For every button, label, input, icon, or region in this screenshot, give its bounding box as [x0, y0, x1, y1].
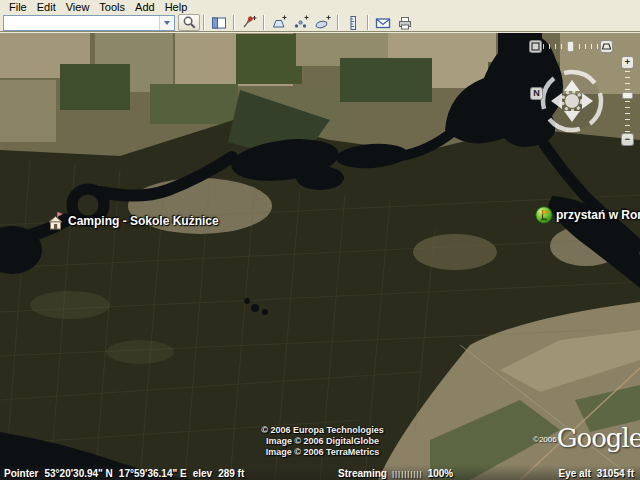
toolbar-separator	[337, 15, 339, 30]
add-placemark-button[interactable]	[238, 14, 260, 31]
tilt-slider-handle[interactable]	[567, 41, 574, 52]
toolbar-separator	[263, 15, 265, 30]
zoom-slider[interactable]: + −	[620, 56, 635, 146]
menu-edit[interactable]: Edit	[32, 1, 61, 13]
zoom-slider-handle[interactable]	[622, 92, 633, 99]
streaming-meter: ||||||||||	[392, 469, 423, 478]
email-button[interactable]	[372, 14, 394, 31]
tilted-view-icon	[602, 42, 611, 51]
elevation-value: 289 ft	[218, 468, 244, 479]
compass-center-knob[interactable]	[565, 94, 579, 108]
placemark-przystan[interactable]	[535, 206, 553, 228]
google-logo: Google	[557, 423, 640, 453]
pointer-longitude: 17°59'36.14" E	[119, 468, 187, 479]
attribution-line: Image © 2006 TerraMetrics	[250, 447, 395, 458]
compass-control[interactable]	[531, 60, 613, 142]
search-button[interactable]	[178, 14, 200, 31]
map-attribution: © 2006 Europa Technologies Image © 2006 …	[250, 425, 395, 458]
measure-button[interactable]	[342, 14, 364, 31]
pointer-label: Pointer	[4, 468, 38, 479]
add-polygon-button[interactable]	[268, 14, 290, 31]
search-input[interactable]	[4, 16, 159, 30]
placemark-camping[interactable]	[47, 211, 64, 234]
streaming-status: Streaming |||||||||| 100%	[338, 468, 453, 479]
chevron-down-icon	[164, 21, 170, 25]
tilt-top-down-button[interactable]	[529, 40, 542, 53]
attribution-line: © 2006 Europa Technologies	[250, 425, 395, 436]
top-down-view-icon	[531, 42, 540, 51]
path-dots-icon	[293, 15, 309, 31]
eye-altitude: Eye alt31054 ft	[553, 468, 635, 479]
camping-house-icon	[47, 211, 64, 230]
streaming-label: Streaming	[338, 468, 387, 479]
pointer-coordinates: Pointer53°20'30.94" N17°59'36.14" Eelev2…	[4, 468, 250, 479]
menu-tools[interactable]: Tools	[94, 1, 130, 13]
elev-label: elev	[193, 468, 212, 479]
streaming-percent: 100%	[428, 468, 454, 479]
attribution-line: Image © 2006 DigitalGlobe	[250, 436, 395, 447]
sidebar-panel-icon	[211, 15, 227, 31]
search-combobox[interactable]	[3, 15, 175, 31]
toolbar	[0, 14, 640, 32]
menu-bar: File Edit View Tools Add Help	[0, 0, 640, 14]
pointer-latitude: 53°20'30.94" N	[44, 468, 112, 479]
placemark-camping-label[interactable]: Camping - Sokole Kużnice	[68, 214, 219, 228]
toggle-sidebar-button[interactable]	[208, 14, 230, 31]
toolbar-separator	[203, 15, 205, 30]
tilt-slider-track[interactable]	[543, 41, 599, 52]
combo-dropdown-button[interactable]	[159, 16, 174, 30]
print-button[interactable]	[394, 14, 416, 31]
menu-add[interactable]: Add	[130, 1, 160, 13]
polygon-icon	[271, 15, 287, 31]
image-overlay-icon	[315, 15, 331, 31]
add-image-overlay-button[interactable]	[312, 14, 334, 31]
toolbar-separator	[233, 15, 235, 30]
toolbar-separator	[367, 15, 369, 30]
eye-alt-label: Eye alt	[559, 468, 591, 479]
placemark-przystan-label[interactable]: przystań w Rom	[556, 208, 640, 222]
printer-icon	[397, 15, 413, 31]
status-bar: Pointer53°20'30.94" N17°59'36.14" Eelev2…	[0, 466, 640, 480]
zoom-in-button[interactable]: +	[621, 56, 634, 69]
zoom-slider-track[interactable]	[622, 70, 633, 132]
google-watermark: ©2006 Google ™	[533, 423, 640, 453]
ruler-icon	[345, 15, 361, 31]
green-flag-icon	[535, 206, 553, 224]
tilt-horizon-button[interactable]	[600, 40, 613, 53]
pushpin-icon	[241, 15, 257, 31]
menu-file[interactable]: File	[4, 1, 32, 13]
search-icon	[182, 15, 197, 30]
add-path-button[interactable]	[290, 14, 312, 31]
tilt-slider[interactable]	[529, 40, 615, 53]
zoom-out-button[interactable]: −	[621, 133, 634, 146]
menu-view[interactable]: View	[61, 1, 95, 13]
north-button[interactable]: N	[530, 87, 543, 100]
map-viewport[interactable]: Camping - Sokole Kużnice przystań w Rom	[0, 33, 640, 480]
menu-help[interactable]: Help	[160, 1, 193, 13]
eye-alt-value: 31054 ft	[597, 468, 634, 479]
email-icon	[375, 15, 391, 31]
logo-copyright: ©2006	[533, 435, 557, 444]
